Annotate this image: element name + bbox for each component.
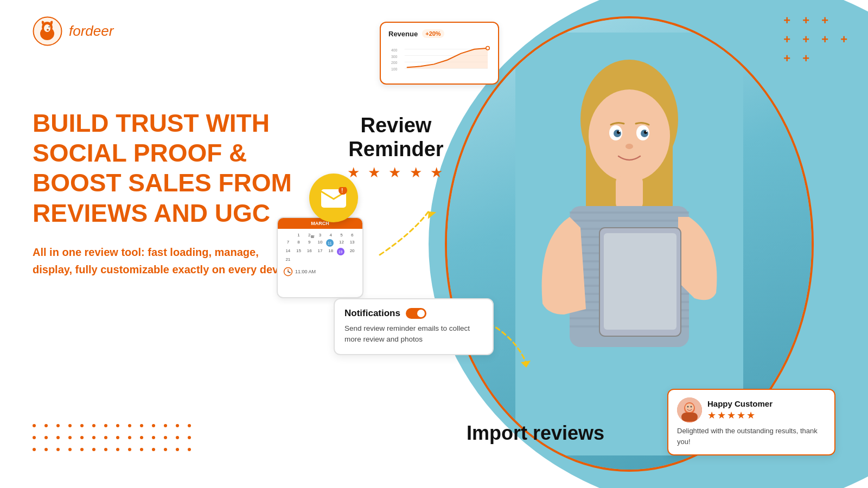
svg-rect-12 (616, 176, 643, 209)
svg-rect-15 (570, 220, 689, 222)
review-reminder-stars: ★ ★ ★ ★ ★ (347, 164, 445, 181)
revenue-card: Revenue +20% 400 300 200 100 (380, 22, 499, 85)
customer-review-text: Delightted with the outstanding results,… (677, 426, 826, 447)
notifications-header: Notifications (344, 308, 483, 319)
svg-rect-64 (681, 413, 698, 421)
import-reviews-label: Import reviews (467, 422, 604, 445)
review-reminder-title: ReviewReminder (347, 114, 445, 161)
svg-point-45 (487, 47, 489, 49)
svg-text:300: 300 (391, 55, 398, 59)
revenue-chart: 400 300 200 100 (388, 42, 490, 75)
svg-marker-57 (521, 361, 531, 368)
happy-customer-card: Happy Customer ★★★★★ Delightted with the… (667, 389, 835, 455)
header: fordeer (33, 16, 113, 46)
plus-decorations: + + + + + + + + + (783, 11, 852, 68)
svg-point-3 (44, 24, 50, 32)
svg-point-39 (626, 144, 633, 149)
calendar-card: MARCH S M T W T F S 1 2 3 4 5 6 7 8 9 10… (277, 217, 363, 298)
customer-avatar (677, 397, 702, 422)
dot-grid-decoration (33, 424, 195, 455)
svg-text:100: 100 (391, 67, 398, 71)
email-icon-circle: ! (309, 174, 358, 222)
notifications-toggle[interactable] (406, 308, 426, 319)
calendar-grid: S M T W T F S 1 2 3 4 5 6 7 8 9 10 11 12… (283, 232, 357, 262)
svg-text:!: ! (341, 188, 343, 194)
svg-point-5 (49, 27, 50, 28)
main-headline: BUILD TRUST WITH SOCIAL PROOF & BOOST SA… (33, 108, 298, 228)
logo-icon (33, 16, 62, 46)
notifications-title: Notifications (344, 308, 400, 319)
calendar-time: 11:00 AM (283, 267, 357, 277)
revenue-title: Revenue (388, 30, 418, 38)
svg-point-6 (47, 29, 49, 31)
import-reviews-text: Import reviews (467, 422, 604, 444)
svg-point-63 (691, 406, 692, 408)
svg-point-62 (687, 406, 689, 408)
happy-customer-header: Happy Customer ★★★★★ (677, 397, 826, 422)
customer-info: Happy Customer ★★★★★ (707, 399, 773, 421)
notifications-description: Send review reminder emails to collect m… (344, 323, 483, 345)
dashed-arrow-1 (369, 201, 439, 266)
revenue-badge: +20% (422, 29, 444, 38)
svg-text:400: 400 (391, 48, 398, 52)
svg-point-37 (619, 131, 621, 132)
customer-stars: ★★★★★ (707, 409, 773, 421)
svg-rect-30 (604, 233, 676, 330)
svg-rect-14 (570, 211, 689, 214)
headline-section: BUILD TRUST WITH SOCIAL PROOF & BOOST SA… (33, 108, 298, 278)
svg-point-11 (589, 89, 670, 182)
svg-text:200: 200 (391, 61, 398, 65)
svg-point-38 (646, 131, 648, 132)
headline-subtitle: All in one review tool: fast loading, ma… (33, 243, 298, 278)
review-reminder-section: ReviewReminder ★ ★ ★ ★ ★ (347, 114, 445, 181)
email-icon: ! (320, 187, 347, 209)
customer-name: Happy Customer (707, 399, 773, 408)
logo-text: fordeer (69, 23, 113, 40)
notifications-card: Notifications Send review reminder email… (334, 298, 494, 355)
